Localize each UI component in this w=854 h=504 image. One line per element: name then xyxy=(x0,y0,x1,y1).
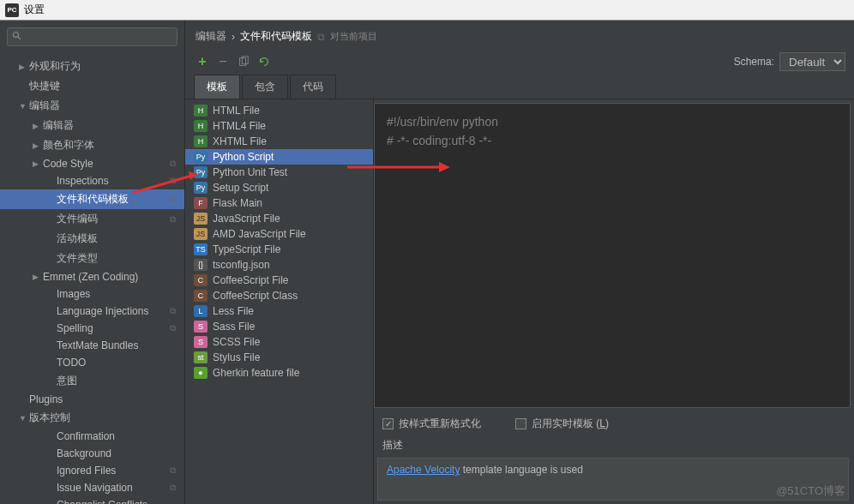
scope-icon: ⧉ xyxy=(170,465,179,476)
tree-item-label: Language Injections xyxy=(57,305,148,317)
template-item[interactable]: CCoffeeScript Class xyxy=(185,288,373,303)
tree-item[interactable]: Changelist Conflicts xyxy=(0,496,184,504)
tree-item[interactable]: Confirmation xyxy=(0,428,184,445)
tree-item[interactable]: 活动模板 xyxy=(0,229,184,249)
chevron-icon: ▼ xyxy=(19,102,27,111)
breadcrumb-parent: 编辑器 xyxy=(195,29,226,44)
template-item[interactable]: TSTypeScript File xyxy=(185,242,373,257)
tree-item[interactable]: ▶Code Style⧉ xyxy=(0,155,184,172)
template-label: Python Unit Test xyxy=(213,166,287,178)
search-input[interactable] xyxy=(7,27,177,46)
code-line: #!/usr/bin/env python xyxy=(387,112,838,131)
tree-item[interactable]: ▼版本控制 xyxy=(0,408,184,428)
tree-item[interactable]: ▶Emmet (Zen Coding) xyxy=(0,268,184,285)
search-icon xyxy=(12,31,22,44)
reformat-checkbox[interactable]: 按样式重新格式化 xyxy=(382,417,481,431)
schema-label: Schema: xyxy=(734,56,774,68)
remove-button[interactable]: − xyxy=(214,53,232,70)
tree-item[interactable]: Plugins xyxy=(0,391,184,408)
options-row: 按样式重新格式化 启用实时模板 (L) xyxy=(374,411,854,436)
chevron-icon: ▶ xyxy=(33,159,41,168)
template-label: JavaScript File xyxy=(213,213,280,225)
tree-item[interactable]: Inspections⧉ xyxy=(0,172,184,189)
tree-item[interactable]: Images xyxy=(0,285,184,303)
template-item[interactable]: SSass File xyxy=(185,319,373,334)
tree-item[interactable]: Language Injections⧉ xyxy=(0,303,184,320)
tree-item[interactable]: ▶编辑器 xyxy=(0,116,184,135)
template-item[interactable]: PySetup Script xyxy=(185,180,373,195)
template-item[interactable]: stStylus File xyxy=(185,350,373,365)
tree-item[interactable]: 文件编码⧉ xyxy=(0,209,184,229)
template-item[interactable]: PyPython Script xyxy=(185,149,373,165)
scope-icon: ⧉ xyxy=(170,323,179,333)
tree-item-label: 意图 xyxy=(57,374,77,388)
tree-item[interactable]: ▶颜色和字体 xyxy=(0,135,184,155)
tree-item-label: TODO xyxy=(57,357,86,369)
template-label: SCSS File xyxy=(213,336,260,348)
project-scope-icon: ⧉ xyxy=(317,31,325,43)
tree-item-label: Code Style xyxy=(43,158,93,170)
editor-pane: #!/usr/bin/env python # -*- coding:utf-8… xyxy=(374,99,854,504)
refresh-button[interactable] xyxy=(256,53,273,70)
tree-item-label: Confirmation xyxy=(57,430,115,442)
template-item[interactable]: HHTML File xyxy=(185,103,373,118)
template-label: Stylus File xyxy=(213,351,260,363)
live-template-checkbox[interactable]: 启用实时模板 (L) xyxy=(515,417,609,431)
code-editor[interactable]: #!/usr/bin/env python # -*- coding:utf-8… xyxy=(374,103,851,408)
tree-item-label: Plugins xyxy=(29,393,63,405)
template-item[interactable]: HXHTML File xyxy=(185,134,373,149)
tree-item-label: 编辑器 xyxy=(43,118,74,133)
file-type-icon: Py xyxy=(194,182,207,194)
tree-item[interactable]: Ignored Files⧉ xyxy=(0,462,184,479)
app-icon: PC xyxy=(5,3,19,17)
template-label: Setup Script xyxy=(213,182,268,194)
template-label: HTML4 File xyxy=(213,120,266,132)
tree-item[interactable]: TODO xyxy=(0,354,184,371)
template-item[interactable]: FFlask Main xyxy=(185,195,373,211)
checkbox-icon xyxy=(382,418,394,429)
tree-item[interactable]: Issue Navigation⧉ xyxy=(0,479,184,496)
file-type-icon: {} xyxy=(194,259,207,271)
template-item[interactable]: LLess File xyxy=(185,303,373,319)
tree-item-label: Spelling xyxy=(57,322,93,334)
tab[interactable]: 代码 xyxy=(290,75,336,99)
breadcrumb-current: 文件和代码模板 xyxy=(240,29,312,44)
template-item[interactable]: JSAMD JavaScript File xyxy=(185,226,373,242)
add-button[interactable]: + xyxy=(194,53,211,70)
tab[interactable]: 包含 xyxy=(242,75,288,99)
code-line: # -*- coding:utf-8 -*- xyxy=(387,131,838,150)
template-item[interactable]: JSJavaScript File xyxy=(185,211,373,226)
breadcrumb: 编辑器 › 文件和代码模板 ⧉ 对当前项目 xyxy=(185,21,854,49)
template-item[interactable]: SSCSS File xyxy=(185,334,373,350)
live-template-label: 启用实时模板 (L) xyxy=(532,417,609,431)
tree-item[interactable]: Background xyxy=(0,445,184,462)
tree-item[interactable]: 快捷键 xyxy=(0,76,184,96)
template-item[interactable]: PyPython Unit Test xyxy=(185,165,373,180)
chevron-icon: ▶ xyxy=(19,63,27,71)
toolbar: + − Schema: Default xyxy=(185,49,854,71)
tree-item[interactable]: TextMate Bundles xyxy=(0,337,184,354)
tab[interactable]: 模板 xyxy=(194,75,240,99)
tree-item[interactable]: ▼编辑器 xyxy=(0,96,184,116)
tree-item-label: Changelist Conflicts xyxy=(57,499,147,504)
scope-icon: ⧉ xyxy=(170,195,179,205)
copy-button[interactable] xyxy=(235,53,252,70)
template-label: tsconfig.json xyxy=(213,259,270,271)
tree-item[interactable]: 文件和代码模板⧉ xyxy=(0,189,184,209)
tree-item[interactable]: Spelling⧉ xyxy=(0,320,184,337)
apache-velocity-link[interactable]: Apache Velocity xyxy=(387,464,460,476)
window-title: 设置 xyxy=(24,3,45,17)
tree-item-label: 快捷键 xyxy=(29,79,60,93)
template-item[interactable]: {}tsconfig.json xyxy=(185,257,373,273)
checkbox-icon xyxy=(515,418,526,429)
template-item[interactable]: CCoffeeScript File xyxy=(185,273,373,288)
template-label: Less File xyxy=(213,305,254,317)
tree-item[interactable]: 文件类型 xyxy=(0,249,184,268)
template-item[interactable]: HHTML4 File xyxy=(185,118,373,134)
template-item[interactable]: ●Gherkin feature file xyxy=(185,365,373,381)
tree-item[interactable]: ▶外观和行为 xyxy=(0,57,184,76)
breadcrumb-sep: › xyxy=(232,31,235,43)
file-type-icon: H xyxy=(194,120,207,132)
tree-item[interactable]: 意图 xyxy=(0,371,184,391)
schema-select[interactable]: Default xyxy=(779,52,845,71)
